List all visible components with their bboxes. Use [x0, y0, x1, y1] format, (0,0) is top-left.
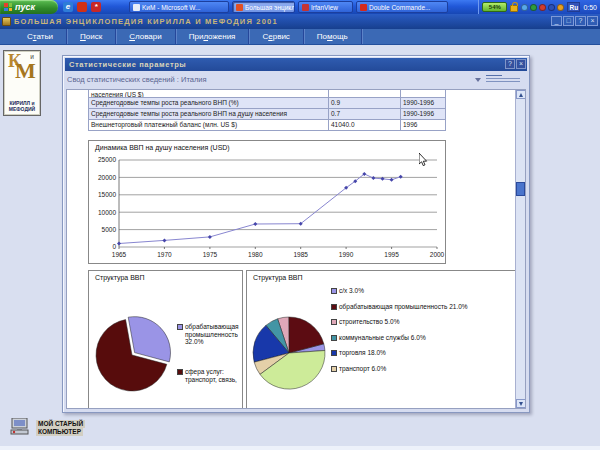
legend-item: коммунальные службы 6.0%	[331, 334, 517, 342]
taskbar-button-4[interactable]: Double Commande...	[356, 1, 448, 13]
x-tick-label: 2000	[430, 251, 445, 258]
gdp-line-chart: 0500010000150002000025000196519701975198…	[89, 141, 447, 265]
battery-indicator[interactable]: 54%	[482, 2, 507, 12]
stats-subtitle: Свод статистических сведений : Италия	[67, 75, 207, 84]
taskbar-button-label: Double Commande...	[369, 4, 430, 11]
legend-label: коммунальные службы 6.0%	[339, 334, 426, 342]
x-tick-label: 1970	[157, 251, 172, 258]
line-chart-title: Динамика ВВП на душу населения (USD)	[95, 144, 230, 151]
y-tick-label: 15000	[98, 191, 116, 198]
cell-years: 1996	[401, 120, 445, 130]
legend-label: обрабатывающая промышленность 32.0%	[185, 323, 241, 346]
tray-icon-1[interactable]	[521, 4, 528, 11]
gdp-line-chart-panel: Динамика ВВП на душу населения (USD) 050…	[88, 140, 446, 264]
language-indicator[interactable]: Ru	[567, 2, 580, 12]
chevron-down-icon[interactable]	[475, 78, 481, 82]
legend-swatch	[331, 335, 337, 341]
taskbar-button-2[interactable]: Большая энцикло...	[232, 1, 295, 13]
taskbar-button-3[interactable]: IrfanView	[298, 1, 353, 13]
menu-item-1[interactable]: Статьи	[14, 29, 67, 44]
legend-swatch	[331, 366, 337, 372]
logo-letter-m: М	[15, 58, 36, 84]
my-computer-desktop-icon[interactable]: МОЙ СТАРЫЙ КОМПЬЮТЕР	[10, 418, 85, 437]
mouse-cursor	[419, 153, 430, 168]
taskbar: пуск e* KиM - Microsoft W...Большая энци…	[0, 0, 600, 14]
legend-label: сфера услуг: транспорт, связь,	[185, 368, 241, 383]
menu-item-4[interactable]: Приложения	[176, 29, 250, 44]
table-row: Среднегодовые темпы роста реального ВНП …	[88, 98, 446, 109]
lock-icon[interactable]	[510, 5, 518, 12]
taskbar-button-label: KиM - Microsoft W...	[142, 4, 201, 11]
quicklaunch-icon-3[interactable]: *	[91, 2, 101, 12]
cell-name: населения (US $)	[89, 90, 329, 97]
scrollbar-thumb[interactable]	[516, 182, 525, 196]
legend-swatch	[331, 350, 337, 356]
data-point-marker	[117, 242, 121, 246]
stats-window: Статистические параметры ?× Свод статист…	[62, 55, 530, 413]
vertical-scrollbar[interactable]	[515, 90, 525, 408]
close-button[interactable]: ×	[516, 59, 526, 69]
tray-icons	[521, 4, 564, 11]
help-button[interactable]: ?	[575, 16, 586, 26]
list-icon[interactable]	[486, 75, 520, 85]
cell-years: 1990-1996	[401, 109, 445, 119]
stats-content: населения (US $)Среднегодовые темпы рост…	[66, 89, 526, 409]
legend-label: обрабатывающая промышленность 21.0%	[339, 303, 468, 311]
menu-item-3[interactable]: Словари	[116, 29, 176, 44]
ie-icon[interactable]: e	[63, 2, 73, 12]
tray-icon-5[interactable]	[557, 4, 564, 11]
start-button[interactable]: пуск	[0, 0, 58, 14]
windows-logo-icon	[4, 3, 12, 11]
restore-button[interactable]: □	[563, 16, 574, 26]
taskbar-buttons: KиM - Microsoft W...Большая энцикло...Ir…	[129, 1, 448, 13]
taskbar-clock: 0:50	[583, 4, 597, 11]
taskbar-button-icon	[302, 4, 309, 11]
x-tick-label: 1995	[384, 251, 399, 258]
stats-table: населения (US $)Среднегодовые темпы рост…	[88, 90, 446, 131]
gdp-structure-panel-1: Структура ВВП обрабатывающая промышленно…	[88, 270, 243, 409]
table-row-partial: населения (US $)	[88, 90, 446, 98]
taskbar-button-label: Большая энцикло...	[245, 4, 295, 11]
y-tick-label: 25000	[98, 156, 116, 163]
legend-label: с/х 3.0%	[339, 287, 364, 295]
pie-slice	[128, 317, 170, 362]
legend-item: сфера услуг: транспорт, связь,	[177, 368, 241, 383]
desktop-icon-label: МОЙ СТАРЫЙ КОМПЬЮТЕР	[36, 420, 85, 436]
y-tick-label: 20000	[98, 174, 116, 181]
scroll-up-button[interactable]	[516, 90, 526, 99]
stats-window-titlebar[interactable]: Статистические параметры ?×	[65, 58, 527, 71]
quicklaunch-icon-2[interactable]	[77, 2, 87, 12]
pie1-title: Структура ВВП	[95, 274, 145, 281]
close-button[interactable]: ×	[587, 16, 598, 26]
legend-label: торговля 18.0%	[339, 349, 386, 357]
km-logo: К М и КИРИЛЛ и МЕФОДИЙ	[3, 50, 41, 116]
help-button[interactable]: ?	[505, 59, 515, 69]
menu-item-5[interactable]: Сервис	[249, 29, 303, 44]
x-tick-label: 1980	[248, 251, 263, 258]
x-tick-label: 1975	[203, 251, 218, 258]
data-point-marker	[253, 222, 257, 226]
data-point-marker	[162, 238, 166, 242]
y-tick-label: 5000	[102, 226, 117, 233]
taskbar-button-icon	[360, 4, 367, 11]
legend-item: обрабатывающая промышленность 21.0%	[331, 303, 517, 311]
scroll-down-button[interactable]	[516, 399, 526, 408]
minimize-button[interactable]: _	[551, 16, 562, 26]
menu-item-2[interactable]: Поиск	[67, 29, 116, 44]
my-computer-icon	[10, 418, 32, 437]
cell-value: 0.7	[329, 109, 401, 119]
tray-icon-2[interactable]	[530, 4, 537, 11]
app-window-buttons: _□?×	[551, 16, 598, 26]
x-tick-label: 1985	[293, 251, 308, 258]
tray-icon-3[interactable]	[539, 4, 546, 11]
taskbar-button-icon	[236, 4, 243, 11]
taskbar-button-1[interactable]: KиM - Microsoft W...	[129, 1, 229, 13]
x-tick-label: 1990	[339, 251, 354, 258]
legend-swatch	[177, 324, 183, 330]
taskbar-button-label: IrfanView	[311, 4, 338, 11]
logo-text-2: МЕФОДИЙ	[4, 106, 40, 112]
taskbar-button-icon	[133, 4, 140, 11]
cell-years: 1990-1996	[401, 98, 445, 108]
menu-item-6[interactable]: Помощь	[304, 29, 362, 44]
tray-icon-4[interactable]	[548, 4, 555, 11]
